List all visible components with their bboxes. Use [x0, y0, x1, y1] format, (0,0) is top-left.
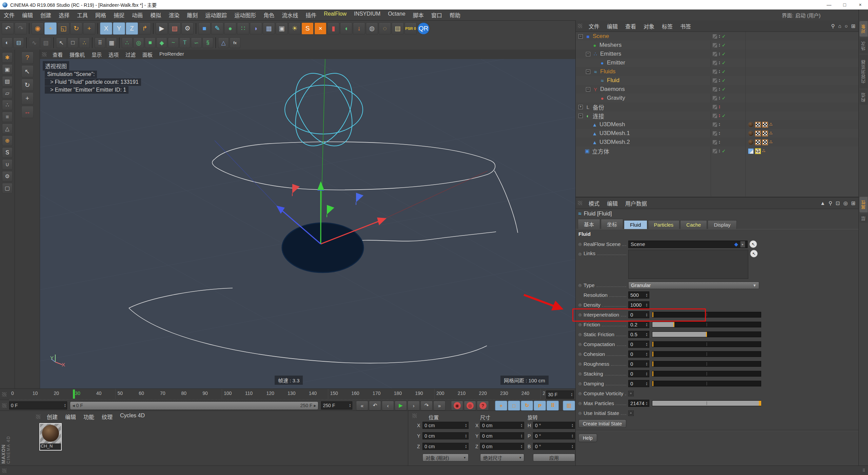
spinner-icon[interactable]: ▴▾ — [464, 423, 467, 428]
edges-mode-icon[interactable]: ≡ — [2, 112, 13, 122]
visibility-toggles[interactable]: ∶ — [713, 140, 720, 145]
visibility-toggles[interactable]: ∶✓ — [713, 69, 726, 74]
axis-x-lock-icon[interactable]: X — [100, 22, 112, 35]
search-icon[interactable]: ⚲ — [829, 200, 832, 206]
side-tab-对象[interactable]: 对象 — [860, 21, 868, 37]
viewport-menu-查看[interactable]: 查看 — [49, 51, 66, 58]
spinner-icon[interactable]: ▴▾ — [348, 403, 351, 407]
panel-grip-icon[interactable] — [578, 24, 582, 28]
previous-frame-button[interactable]: ‹ — [382, 401, 394, 411]
pan-view-tool-icon[interactable]: + — [21, 92, 34, 104]
coord-mode-dropdown[interactable]: 对象 (相对)▾ — [422, 454, 469, 461]
collapse-icon[interactable]: − — [578, 34, 583, 39]
cohesion-slider[interactable] — [652, 351, 761, 357]
filter-icon[interactable]: ○ — [845, 23, 848, 29]
bevel-tool-icon[interactable]: △ — [218, 37, 229, 48]
workplane-mode-icon[interactable]: ▱ — [2, 88, 13, 98]
spline-smooth-icon[interactable]: ~ — [168, 37, 179, 48]
coord-field-旋转-H[interactable]: 0 °▴▾ — [533, 422, 575, 429]
simulate-icon[interactable]: ↓ — [353, 22, 365, 35]
dolly-view-tool-icon[interactable]: ↔ — [21, 106, 34, 118]
key-scale-button[interactable]: □ — [508, 401, 520, 411]
grid-points-icon[interactable]: ⠿ — [95, 37, 105, 48]
visibility-toggles[interactable]: ∶ — [713, 131, 720, 136]
visibility-toggles[interactable]: ∶✓ — [713, 51, 726, 57]
layer-toggle-icon[interactable] — [713, 34, 717, 39]
damping-slider[interactable] — [652, 381, 761, 386]
enabled-check-icon[interactable]: ✓ — [722, 113, 726, 118]
checker-tag-icon[interactable] — [755, 122, 761, 128]
menu-INSYDIUM[interactable]: INSYDIUM — [350, 11, 384, 19]
psr-reset-icon[interactable]: PSR 0 — [405, 22, 417, 35]
tree-row-scene[interactable]: −■Scene∶✓ — [576, 32, 859, 41]
lock-workplane-icon[interactable]: ▢ — [2, 183, 13, 193]
menu-文件[interactable]: 文件 — [0, 11, 18, 19]
display-mode-icon[interactable]: ◐ — [2, 37, 13, 48]
max-particles-field[interactable]: 21474836▴▾ — [628, 400, 649, 407]
floor-object-icon[interactable]: ▦ — [263, 22, 275, 35]
key-pla-button[interactable]: ⠿ — [547, 401, 559, 411]
menu-创建[interactable]: 创建 — [37, 11, 55, 19]
subdivision-surface-icon[interactable]: ● — [224, 22, 236, 35]
mograph-icon[interactable]: ▮ — [327, 22, 339, 35]
help-button[interactable]: Help — [578, 434, 597, 442]
object-menu-文件[interactable]: 文件 — [585, 22, 603, 30]
viewport-canvas[interactable]: 透视视图 Simulation "Scene": > Fluid "Fluid"… — [40, 59, 575, 388]
target-icon[interactable]: ◎ — [843, 200, 848, 206]
visibility-dots-icon[interactable]: ∶ — [719, 78, 720, 83]
odots-tag-icon[interactable]: ∴ — [769, 139, 772, 145]
layer-toggle-icon[interactable] — [713, 140, 717, 145]
viewport-menu-选项[interactable]: 选项 — [105, 51, 122, 58]
static-friction-slider[interactable] — [652, 331, 761, 337]
timeline-playhead[interactable] — [73, 390, 75, 399]
scale-tool-icon[interactable]: ◱ — [57, 22, 70, 35]
visibility-toggles[interactable]: ∶✓ — [713, 87, 726, 92]
side-tab-构造[interactable]: 构造 — [860, 90, 868, 105]
visibility-dots-icon[interactable]: ∶ — [719, 69, 720, 74]
viewport-menu-ProRender[interactable]: ProRender — [156, 51, 188, 58]
panel-grip-icon[interactable] — [578, 201, 582, 205]
layer-toggle-icon[interactable] — [713, 43, 717, 48]
menu-网格[interactable]: 网格 — [92, 11, 110, 19]
layer-toggle-icon[interactable] — [713, 114, 717, 118]
panel-grip-icon[interactable] — [2, 392, 6, 397]
spinner-icon[interactable]: ▴▾ — [464, 434, 467, 438]
key-position-button[interactable]: + — [495, 401, 507, 411]
compute-vorticity-checkbox[interactable] — [628, 391, 634, 396]
checker-tag-icon[interactable] — [755, 131, 761, 136]
coord-size-dropdown[interactable]: 绝对尺寸▾ — [480, 454, 524, 461]
odots-tag-icon[interactable]: ∴ — [762, 148, 765, 154]
layer-toggle-icon[interactable] — [713, 131, 717, 136]
side-tab-内容浏览器[interactable]: 内容浏览器 — [860, 55, 868, 88]
layer-toggle-icon[interactable] — [713, 52, 717, 56]
tree-row-connect[interactable]: −◐连接∶✓ — [576, 111, 859, 120]
spinner-icon[interactable]: ▴▾ — [645, 323, 647, 327]
resize-grip-icon[interactable]: ⠿ — [862, 468, 865, 473]
side-tab-层[interactable]: 层 — [860, 214, 868, 223]
visibility-toggles[interactable]: ∶✓ — [713, 60, 726, 65]
maximize-button[interactable]: □ — [837, 0, 852, 10]
side-tab-属性[interactable]: 属性 — [860, 197, 868, 212]
points-mode-tool-icon[interactable]: ∴ — [122, 37, 133, 48]
swirl-tool-icon[interactable]: § — [202, 37, 213, 48]
visibility-dots-icon[interactable]: ∶ — [719, 113, 720, 118]
menu-雕刻[interactable]: 雕刻 — [183, 11, 201, 19]
coord-field-位置-X[interactable]: 0 cm▴▾ — [422, 422, 469, 429]
coord-field-旋转-B[interactable]: 0 °▴▾ — [533, 443, 575, 450]
enabled-check-icon[interactable]: ✓ — [722, 51, 726, 57]
tab-坐标[interactable]: 坐标 — [601, 219, 623, 229]
interpenetration-slider[interactable] — [652, 312, 761, 318]
spinner-icon[interactable]: ▴▾ — [519, 434, 522, 438]
tree-row-gravity[interactable]: ●Gravity∶✓ — [576, 94, 859, 102]
axis-y-lock-icon[interactable]: Y — [113, 22, 125, 35]
spinner-icon[interactable]: ▴▾ — [570, 444, 573, 449]
live-selection-icon[interactable]: ◉ — [32, 22, 44, 35]
interpenetration-field[interactable]: 0▴▾ — [628, 311, 649, 318]
new-panel-icon[interactable]: ⊞ — [851, 23, 855, 29]
range-left-arrow-icon[interactable]: ◂ — [70, 403, 75, 408]
friction-slider[interactable] — [652, 322, 761, 327]
static-friction-field[interactable]: 0.5▴▾ — [628, 331, 649, 338]
visibility-dots-icon[interactable]: ∶ — [719, 131, 720, 136]
checker-tag-icon[interactable] — [762, 122, 768, 128]
viewport-menu-面板[interactable]: 面板 — [139, 51, 156, 58]
